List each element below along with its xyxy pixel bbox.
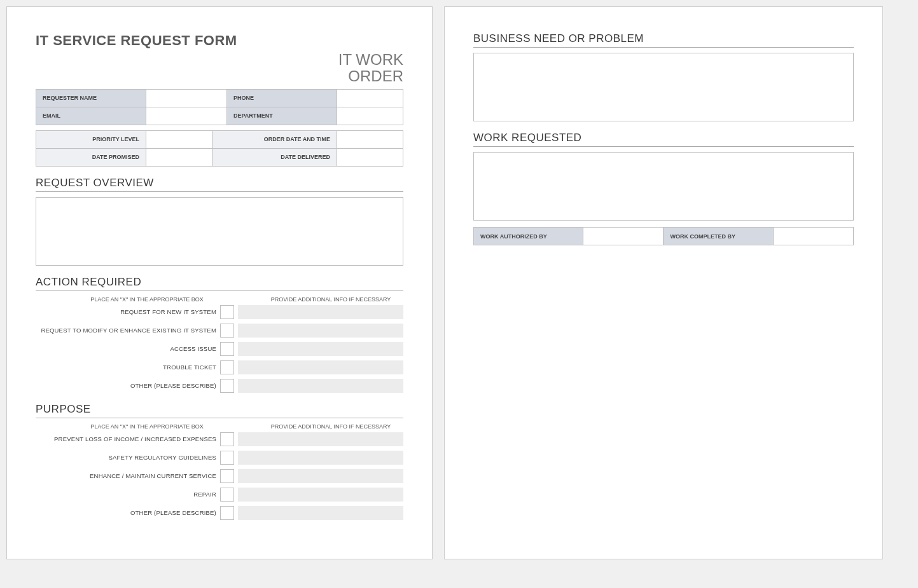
purpose-row-checkbox[interactable]: [220, 506, 234, 520]
purpose-row: ENHANCE / MAINTAIN CURRENT SERVICE: [36, 469, 403, 483]
action-row-label: TROUBLE TICKET: [36, 364, 220, 371]
purpose-row: REPAIR: [36, 488, 403, 502]
phone-field[interactable]: [337, 89, 403, 107]
auth-table: WORK AUTHORIZED BY WORK COMPLETED BY: [473, 227, 854, 245]
purpose-row-info[interactable]: [238, 451, 403, 465]
action-row: REQUEST FOR NEW IT SYSTEM: [36, 305, 403, 319]
action-row-info[interactable]: [238, 324, 403, 338]
purpose-section: PLACE AN "X" IN THE APPROPRIATE BOX PROV…: [36, 423, 403, 520]
action-row-info[interactable]: [238, 379, 403, 393]
purpose-heading: PURPOSE: [36, 403, 403, 418]
request-overview-textarea[interactable]: [36, 197, 403, 266]
requester-name-label: REQUESTER NAME: [36, 89, 146, 107]
purpose-row-label: OTHER (PLEASE DESCRIBE): [36, 509, 220, 516]
purpose-row-label: SAFETY REGULATORY GUIDELINES: [36, 454, 220, 461]
purpose-row-checkbox[interactable]: [220, 488, 234, 502]
purpose-row-checkbox[interactable]: [220, 451, 234, 465]
order-table: PRIORITY LEVEL ORDER DATE AND TIME DATE …: [36, 130, 403, 167]
department-label: DEPARTMENT: [227, 107, 337, 125]
action-row-label: ACCESS ISSUE: [36, 345, 220, 352]
purpose-row: SAFETY REGULATORY GUIDELINES: [36, 451, 403, 465]
purpose-row-label: REPAIR: [36, 491, 220, 498]
date-promised-label: DATE PROMISED: [36, 148, 146, 166]
action-required-section: PLACE AN "X" IN THE APPROPRIATE BOX PROV…: [36, 296, 403, 393]
action-row-info[interactable]: [238, 360, 403, 374]
authorized-by-field[interactable]: [583, 228, 664, 245]
purpose-col-left-header: PLACE AN "X" IN THE APPROPRIATE BOX: [36, 423, 258, 430]
business-need-heading: BUSINESS NEED OR PROBLEM: [473, 32, 854, 48]
authorized-by-label: WORK AUTHORIZED BY: [474, 228, 583, 245]
requester-table: REQUESTER NAME PHONE EMAIL DEPARTMENT: [36, 89, 403, 125]
subtitle-line1: IT WORK: [338, 51, 403, 68]
priority-field[interactable]: [146, 130, 212, 148]
page-left: IT SERVICE REQUEST FORM IT WORK ORDER RE…: [6, 6, 433, 559]
purpose-row: PREVENT LOSS OF INCOME / INCREASED EXPEN…: [36, 432, 403, 446]
purpose-row-label: ENHANCE / MAINTAIN CURRENT SERVICE: [36, 472, 220, 479]
purpose-row-info[interactable]: [238, 432, 403, 446]
action-row: ACCESS ISSUE: [36, 342, 403, 356]
department-field[interactable]: [337, 107, 403, 125]
purpose-row-info[interactable]: [238, 506, 403, 520]
purpose-row-info[interactable]: [238, 488, 403, 502]
purpose-row-info[interactable]: [238, 469, 403, 483]
purpose-col-right-header: PROVIDE ADDITIONAL INFO IF NECESSARY: [258, 423, 403, 430]
action-row: REQUEST TO MODIFY OR ENHANCE EXISTING IT…: [36, 324, 403, 338]
action-row-checkbox[interactable]: [220, 305, 234, 319]
form-subtitle: IT WORK ORDER: [36, 51, 403, 85]
request-overview-heading: REQUEST OVERVIEW: [36, 177, 403, 192]
action-row-label: REQUEST FOR NEW IT SYSTEM: [36, 308, 220, 315]
completed-by-field[interactable]: [773, 228, 853, 245]
purpose-row: OTHER (PLEASE DESCRIBE): [36, 506, 403, 520]
date-promised-field[interactable]: [146, 148, 212, 166]
action-row-checkbox[interactable]: [220, 379, 234, 393]
purpose-row-label: PREVENT LOSS OF INCOME / INCREASED EXPEN…: [36, 435, 220, 442]
action-row-checkbox[interactable]: [220, 324, 234, 338]
email-field[interactable]: [146, 107, 227, 125]
action-row-info[interactable]: [238, 342, 403, 356]
form-title: IT SERVICE REQUEST FORM: [36, 32, 403, 49]
subtitle-line2: ORDER: [348, 67, 403, 85]
date-delivered-label: DATE DELIVERED: [212, 148, 337, 166]
completed-by-label: WORK COMPLETED BY: [664, 228, 773, 245]
business-need-textarea[interactable]: [473, 53, 854, 121]
action-row: TROUBLE TICKET: [36, 360, 403, 374]
page-right: BUSINESS NEED OR PROBLEM WORK REQUESTED …: [444, 6, 883, 559]
phone-label: PHONE: [227, 89, 337, 107]
priority-label: PRIORITY LEVEL: [36, 130, 146, 148]
order-date-label: ORDER DATE AND TIME: [212, 130, 337, 148]
action-required-heading: ACTION REQUIRED: [36, 276, 403, 291]
email-label: EMAIL: [36, 107, 146, 125]
action-row-checkbox[interactable]: [220, 342, 234, 356]
work-requested-textarea[interactable]: [473, 152, 854, 221]
action-row-checkbox[interactable]: [220, 360, 234, 374]
work-requested-heading: WORK REQUESTED: [473, 132, 854, 147]
order-date-field[interactable]: [337, 130, 403, 148]
requester-name-field[interactable]: [146, 89, 227, 107]
action-row-label: OTHER (PLEASE DESCRIBE): [36, 382, 220, 389]
action-col-right-header: PROVIDE ADDITIONAL INFO IF NECESSARY: [258, 296, 403, 303]
action-col-left-header: PLACE AN "X" IN THE APPROPRIATE BOX: [36, 296, 258, 303]
action-row-info[interactable]: [238, 305, 403, 319]
date-delivered-field[interactable]: [337, 148, 403, 166]
purpose-row-checkbox[interactable]: [220, 432, 234, 446]
action-row: OTHER (PLEASE DESCRIBE): [36, 379, 403, 393]
action-row-label: REQUEST TO MODIFY OR ENHANCE EXISTING IT…: [36, 327, 220, 334]
purpose-row-checkbox[interactable]: [220, 469, 234, 483]
